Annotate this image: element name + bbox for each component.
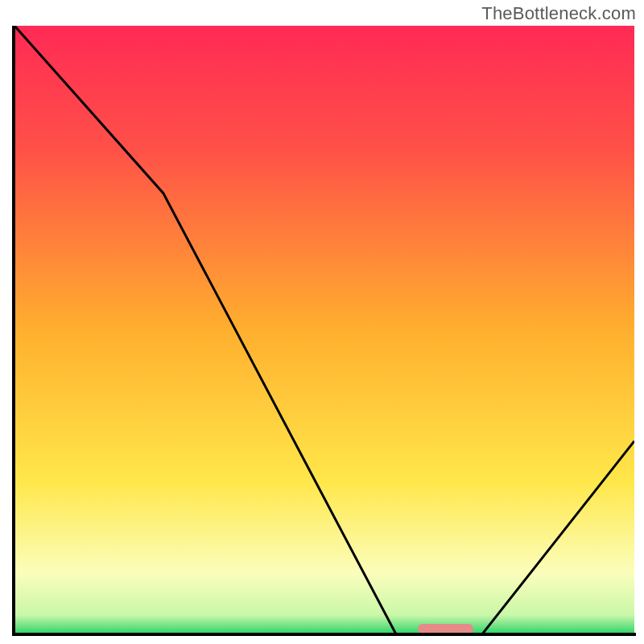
plot-area: [14, 26, 634, 634]
gradient-background: [14, 26, 634, 634]
y-axis-line: [12, 26, 15, 636]
watermark-text: TheBottleneck.com: [481, 3, 636, 24]
bottleneck-chart: TheBottleneck.com: [0, 0, 644, 644]
x-axis-line: [12, 633, 636, 636]
